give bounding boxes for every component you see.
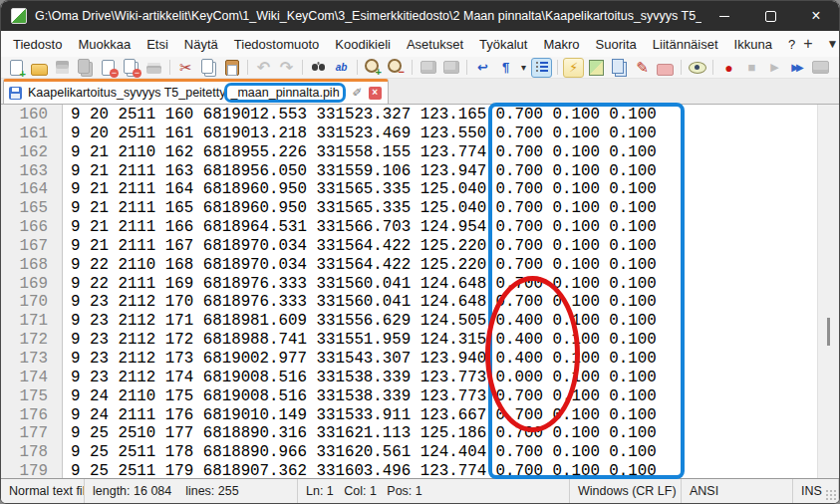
show-all-chars-icon[interactable]	[495, 58, 516, 78]
line-text: 9 25 2510 177 6818890.316 331621.113 125…	[63, 424, 486, 443]
macro-save-icon[interactable]	[810, 58, 831, 78]
resize-grip[interactable]	[825, 489, 837, 501]
print-icon[interactable]	[143, 58, 164, 78]
minimize-button[interactable]	[701, 1, 747, 31]
play-icon[interactable]	[764, 58, 785, 78]
line-text: 9 24 2110 175 6819008.516 331538.339 123…	[63, 387, 486, 406]
find-icon[interactable]	[308, 58, 329, 78]
line-text: 9 20 2511 160 6819012.553 331523.327 123…	[63, 106, 486, 125]
depth-values: 0.400 0.100 0.100	[486, 312, 657, 331]
editor-line: 1669 21 2111 166 6818964.531 331566.703 …	[1, 218, 817, 237]
menu-item-koodikieli[interactable]: Koodikieli	[327, 31, 399, 57]
depth-values: 0.700 0.100 0.100	[486, 387, 657, 406]
status-cursor-position: Ln: 1 Col: 1 Pos: 1	[298, 479, 570, 503]
line-text: 9 21 2111 165 6818960.950 331565.335 125…	[63, 199, 486, 218]
save-all-icon[interactable]	[75, 58, 96, 78]
caret-icon[interactable]	[518, 58, 529, 78]
menu-item-ty-kalut[interactable]: Työkalut	[471, 31, 535, 57]
line-text: 9 23 2112 172 6818988.741 331551.959 124…	[63, 331, 486, 350]
depth-values: 0.700 0.100 0.100	[486, 106, 657, 125]
line-number: 163	[1, 162, 63, 181]
menu-item-makro[interactable]: Makro	[535, 31, 587, 57]
eye-icon[interactable]	[687, 58, 707, 78]
line-text: 9 21 2111 167 6818970.034 331564.422 125…	[63, 237, 486, 256]
menu-item-tiedosto[interactable]: Tiedosto	[5, 31, 70, 57]
editor-line: 1759 24 2110 175 6819008.516 331538.339 …	[1, 387, 817, 406]
close-button[interactable]	[793, 1, 839, 31]
replace-icon[interactable]	[331, 58, 352, 78]
edit-pen-icon[interactable]	[632, 58, 653, 78]
editor-area[interactable]: 1609 20 2511 160 6819012.553 331523.327 …	[1, 105, 839, 478]
tab-label: Kaapelikartoitus_syvyys T5_peitetty_maan…	[28, 86, 345, 100]
line-number: 161	[1, 125, 63, 143]
copy-icon[interactable]	[198, 58, 219, 78]
paste-icon[interactable]	[221, 58, 242, 78]
close-all-icon[interactable]	[121, 58, 141, 78]
editor-line: 1659 21 2111 165 6818960.950 331565.335 …	[1, 199, 817, 218]
menu-item-muokkaa[interactable]: Muokkaa	[70, 31, 139, 57]
vertical-scrollbar[interactable]	[817, 105, 839, 478]
menu-item-etsi[interactable]: Etsi	[139, 31, 176, 57]
sync-horizontal-icon[interactable]	[440, 58, 461, 78]
menu-item-suorita[interactable]: Suorita	[588, 31, 645, 57]
app-icon	[11, 8, 27, 24]
record-icon[interactable]	[718, 58, 739, 78]
depth-values: 0.700 0.100 0.100	[486, 199, 657, 218]
line-text: 9 21 2111 164 6818960.950 331565.335 125…	[63, 180, 486, 199]
zoom-out-icon[interactable]	[386, 58, 407, 78]
tab-close-icon[interactable]	[369, 87, 382, 100]
pin-icon[interactable]	[353, 86, 363, 100]
window-title: G:\Oma Drive\Wiki-artikkelit\KeyCom\1_Wi…	[35, 9, 701, 23]
menu-item-asetukset[interactable]: Asetukset	[399, 31, 471, 57]
cut-icon[interactable]	[175, 58, 196, 78]
stop-icon[interactable]	[741, 58, 762, 78]
menu-item-liit-nn-iset[interactable]: Liitännäiset	[645, 31, 726, 57]
editor-line: 1799 25 2511 179 6818907.362 331603.496 …	[1, 462, 817, 478]
save-icon[interactable]	[52, 58, 73, 78]
depth-values: 0.700 0.100 0.100	[486, 218, 657, 237]
toolbar-separator	[247, 60, 248, 75]
editor-line: 1649 21 2111 164 6818960.950 331565.335 …	[1, 180, 817, 199]
line-number: 162	[1, 143, 63, 162]
menu-item-n-yt-[interactable]: Näytä	[176, 31, 226, 57]
run-multiple-icon[interactable]	[787, 58, 808, 78]
new-tab-icon[interactable]: +	[803, 35, 812, 53]
line-number: 178	[1, 443, 63, 462]
editor-line: 1729 23 2112 172 6818988.741 331551.959 …	[1, 331, 817, 350]
menu-item-tiedostomuoto[interactable]: Tiedostomuoto	[226, 31, 328, 57]
open-file-icon[interactable]	[29, 58, 50, 78]
depth-values: 0.400 0.100 0.100	[486, 331, 657, 350]
lightning-icon[interactable]	[563, 58, 584, 78]
line-number: 172	[1, 331, 63, 350]
line-number: 160	[1, 106, 63, 125]
doc-map-icon[interactable]	[586, 58, 607, 78]
tab-active-file[interactable]: Kaapelikartoitus_syvyys T5_peitetty_maan…	[3, 79, 389, 104]
indent-guide-icon[interactable]	[531, 58, 552, 78]
depth-values: 0.700 0.100 0.100	[486, 162, 657, 181]
tab-list-icon[interactable]: ▼	[826, 37, 838, 51]
menu-item-ikkuna[interactable]: Ikkuna	[726, 31, 780, 57]
maximize-button[interactable]	[747, 1, 793, 31]
editor-line: 1719 23 2112 171 6818981.609 331556.629 …	[1, 312, 817, 331]
text-content[interactable]: 1609 20 2511 160 6819012.553 331523.327 …	[1, 105, 817, 478]
toolbar	[1, 57, 839, 79]
scrollbar-thumb[interactable]	[827, 318, 830, 346]
depth-values: 0.700 0.100 0.100	[486, 237, 657, 256]
folder-workspace-icon[interactable]	[655, 58, 676, 78]
word-wrap-icon[interactable]	[472, 58, 493, 78]
editor-line: 1779 25 2510 177 6818890.316 331621.113 …	[1, 424, 817, 443]
editor-line: 1769 24 2111 176 6819010.149 331533.911 …	[1, 406, 817, 425]
sync-vertical-icon[interactable]	[418, 58, 438, 78]
editor-line: 1679 21 2111 167 6818970.034 331564.422 …	[1, 237, 817, 256]
new-file-icon[interactable]	[6, 58, 27, 78]
line-text: 9 22 2111 169 6818976.333 331560.041 124…	[63, 275, 486, 294]
redo-icon[interactable]	[276, 58, 297, 78]
undo-icon[interactable]	[253, 58, 274, 78]
zoom-in-icon[interactable]	[363, 58, 384, 78]
window-controls	[701, 1, 839, 31]
menu-item--[interactable]: ?	[780, 31, 803, 57]
depth-values: 0.400 0.100 0.100	[486, 350, 657, 369]
doc-switcher-icon[interactable]	[609, 58, 630, 78]
close-file-icon[interactable]	[98, 58, 119, 78]
line-number: 179	[1, 462, 63, 478]
